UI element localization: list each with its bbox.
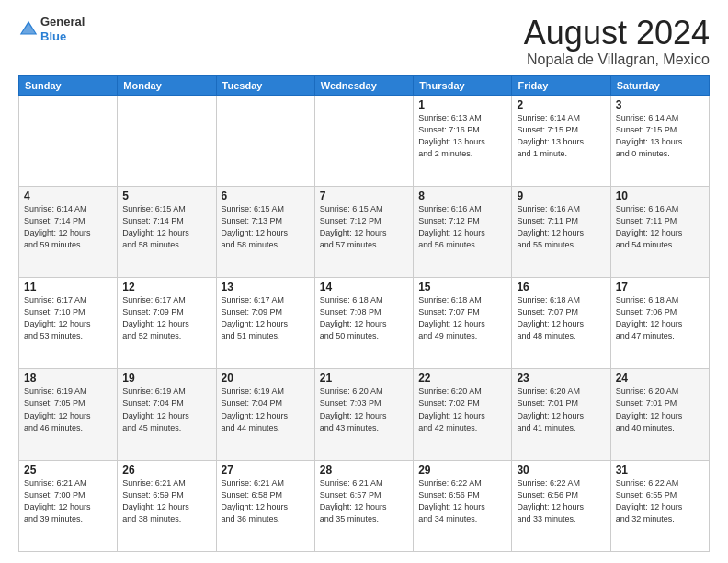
table-row: 7Sunrise: 6:15 AM Sunset: 7:12 PM Daylig… [314, 186, 413, 277]
day-info: Sunrise: 6:14 AM Sunset: 7:15 PM Dayligh… [616, 112, 704, 160]
day-number: 3 [616, 98, 704, 111]
page: General Blue August 2024 Nopala de Villa… [0, 0, 728, 563]
table-row: 12Sunrise: 6:17 AM Sunset: 7:09 PM Dayli… [118, 278, 216, 369]
table-row [314, 95, 413, 186]
table-row: 8Sunrise: 6:16 AM Sunset: 7:12 PM Daylig… [414, 186, 512, 277]
table-row: 30Sunrise: 6:22 AM Sunset: 6:56 PM Dayli… [512, 460, 610, 551]
table-row: 24Sunrise: 6:20 AM Sunset: 7:01 PM Dayli… [610, 369, 709, 460]
day-number: 23 [517, 372, 605, 385]
table-row: 28Sunrise: 6:21 AM Sunset: 6:57 PM Dayli… [314, 460, 413, 551]
day-number: 22 [418, 372, 506, 385]
day-info: Sunrise: 6:20 AM Sunset: 7:01 PM Dayligh… [616, 385, 704, 433]
table-row: 1Sunrise: 6:13 AM Sunset: 7:16 PM Daylig… [414, 95, 512, 186]
day-info: Sunrise: 6:15 AM Sunset: 7:13 PM Dayligh… [222, 203, 310, 251]
table-row: 9Sunrise: 6:16 AM Sunset: 7:11 PM Daylig… [512, 186, 610, 277]
day-info: Sunrise: 6:17 AM Sunset: 7:10 PM Dayligh… [24, 294, 112, 342]
col-tuesday: Tuesday [216, 75, 314, 95]
table-row: 13Sunrise: 6:17 AM Sunset: 7:09 PM Dayli… [216, 278, 314, 369]
day-info: Sunrise: 6:18 AM Sunset: 7:08 PM Dayligh… [320, 294, 408, 342]
day-number: 12 [122, 281, 210, 293]
day-number: 5 [122, 190, 210, 202]
col-monday: Monday [118, 75, 216, 95]
day-info: Sunrise: 6:20 AM Sunset: 7:03 PM Dayligh… [320, 385, 408, 433]
day-number: 6 [222, 190, 310, 202]
calendar-table: Sunday Monday Tuesday Wednesday Thursday… [18, 75, 710, 552]
day-number: 25 [24, 464, 112, 477]
logo-general: General [40, 15, 85, 29]
day-number: 4 [24, 190, 112, 202]
table-row [216, 95, 314, 186]
day-number: 10 [616, 190, 704, 202]
location-title: Nopala de Villagran, Mexico [524, 52, 710, 68]
month-title: August 2024 [524, 15, 710, 52]
table-row: 19Sunrise: 6:19 AM Sunset: 7:04 PM Dayli… [118, 369, 216, 460]
table-row: 26Sunrise: 6:21 AM Sunset: 6:59 PM Dayli… [118, 460, 216, 551]
week-row-3: 11Sunrise: 6:17 AM Sunset: 7:10 PM Dayli… [19, 278, 710, 369]
day-number: 31 [616, 464, 704, 477]
col-thursday: Thursday [414, 75, 512, 95]
day-number: 2 [517, 98, 605, 111]
day-number: 24 [616, 372, 704, 385]
day-number: 26 [122, 464, 210, 477]
day-info: Sunrise: 6:21 AM Sunset: 6:57 PM Dayligh… [320, 477, 408, 525]
table-row: 27Sunrise: 6:21 AM Sunset: 6:58 PM Dayli… [216, 460, 314, 551]
day-number: 16 [517, 281, 605, 293]
logo-text: General Blue [40, 15, 85, 43]
day-number: 7 [320, 190, 408, 202]
day-info: Sunrise: 6:22 AM Sunset: 6:55 PM Dayligh… [616, 477, 704, 525]
header: General Blue August 2024 Nopala de Villa… [18, 15, 710, 68]
day-info: Sunrise: 6:21 AM Sunset: 6:59 PM Dayligh… [122, 477, 210, 525]
calendar-header-row: Sunday Monday Tuesday Wednesday Thursday… [19, 75, 710, 95]
day-number: 13 [222, 281, 310, 293]
logo: General Blue [18, 15, 85, 43]
day-number: 11 [24, 281, 112, 293]
logo-blue: Blue [40, 29, 85, 44]
day-number: 20 [222, 372, 310, 385]
day-info: Sunrise: 6:14 AM Sunset: 7:15 PM Dayligh… [517, 112, 605, 160]
day-info: Sunrise: 6:21 AM Sunset: 6:58 PM Dayligh… [222, 477, 310, 525]
week-row-2: 4Sunrise: 6:14 AM Sunset: 7:14 PM Daylig… [19, 186, 710, 277]
table-row: 3Sunrise: 6:14 AM Sunset: 7:15 PM Daylig… [610, 95, 709, 186]
day-number: 18 [24, 372, 112, 385]
day-info: Sunrise: 6:16 AM Sunset: 7:12 PM Dayligh… [418, 203, 506, 251]
table-row: 21Sunrise: 6:20 AM Sunset: 7:03 PM Dayli… [314, 369, 413, 460]
table-row [19, 95, 118, 186]
day-info: Sunrise: 6:18 AM Sunset: 7:06 PM Dayligh… [616, 294, 704, 342]
day-info: Sunrise: 6:14 AM Sunset: 7:14 PM Dayligh… [24, 203, 112, 251]
day-info: Sunrise: 6:20 AM Sunset: 7:02 PM Dayligh… [418, 385, 506, 433]
table-row: 5Sunrise: 6:15 AM Sunset: 7:14 PM Daylig… [118, 186, 216, 277]
table-row: 20Sunrise: 6:19 AM Sunset: 7:04 PM Dayli… [216, 369, 314, 460]
day-number: 29 [418, 464, 506, 477]
table-row: 31Sunrise: 6:22 AM Sunset: 6:55 PM Dayli… [610, 460, 709, 551]
table-row: 18Sunrise: 6:19 AM Sunset: 7:05 PM Dayli… [19, 369, 118, 460]
col-saturday: Saturday [610, 75, 709, 95]
table-row: 25Sunrise: 6:21 AM Sunset: 7:00 PM Dayli… [19, 460, 118, 551]
day-number: 27 [222, 464, 310, 477]
day-info: Sunrise: 6:17 AM Sunset: 7:09 PM Dayligh… [222, 294, 310, 342]
day-info: Sunrise: 6:15 AM Sunset: 7:14 PM Dayligh… [122, 203, 210, 251]
day-info: Sunrise: 6:16 AM Sunset: 7:11 PM Dayligh… [616, 203, 704, 251]
day-number: 8 [418, 190, 506, 202]
title-block: August 2024 Nopala de Villagran, Mexico [524, 15, 710, 68]
week-row-1: 1Sunrise: 6:13 AM Sunset: 7:16 PM Daylig… [19, 95, 710, 186]
logo-icon [18, 19, 39, 40]
table-row: 2Sunrise: 6:14 AM Sunset: 7:15 PM Daylig… [512, 95, 610, 186]
table-row: 14Sunrise: 6:18 AM Sunset: 7:08 PM Dayli… [314, 278, 413, 369]
table-row: 10Sunrise: 6:16 AM Sunset: 7:11 PM Dayli… [610, 186, 709, 277]
table-row [118, 95, 216, 186]
day-number: 15 [418, 281, 506, 293]
day-info: Sunrise: 6:19 AM Sunset: 7:04 PM Dayligh… [122, 385, 210, 433]
day-info: Sunrise: 6:17 AM Sunset: 7:09 PM Dayligh… [122, 294, 210, 342]
day-number: 30 [517, 464, 605, 477]
table-row: 11Sunrise: 6:17 AM Sunset: 7:10 PM Dayli… [19, 278, 118, 369]
day-info: Sunrise: 6:15 AM Sunset: 7:12 PM Dayligh… [320, 203, 408, 251]
table-row: 4Sunrise: 6:14 AM Sunset: 7:14 PM Daylig… [19, 186, 118, 277]
day-info: Sunrise: 6:18 AM Sunset: 7:07 PM Dayligh… [418, 294, 506, 342]
day-number: 14 [320, 281, 408, 293]
table-row: 15Sunrise: 6:18 AM Sunset: 7:07 PM Dayli… [414, 278, 512, 369]
table-row: 22Sunrise: 6:20 AM Sunset: 7:02 PM Dayli… [414, 369, 512, 460]
day-info: Sunrise: 6:22 AM Sunset: 6:56 PM Dayligh… [418, 477, 506, 525]
table-row: 17Sunrise: 6:18 AM Sunset: 7:06 PM Dayli… [610, 278, 709, 369]
day-info: Sunrise: 6:18 AM Sunset: 7:07 PM Dayligh… [517, 294, 605, 342]
day-info: Sunrise: 6:21 AM Sunset: 7:00 PM Dayligh… [24, 477, 112, 525]
